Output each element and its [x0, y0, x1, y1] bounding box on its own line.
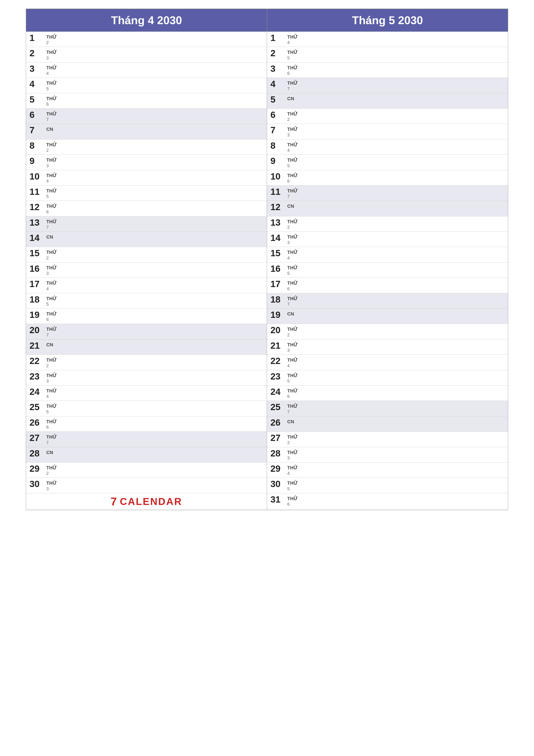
- day-number: 7: [30, 126, 44, 135]
- calendar-text: CALENDAR: [120, 496, 182, 507]
- may-day-row: 29 THỨ 4: [267, 463, 508, 478]
- april-day-row: 26 THỨ 6: [26, 417, 267, 432]
- day-label: THỨ 7: [46, 111, 57, 122]
- day-label: CN: [287, 96, 294, 101]
- day-number: 25: [270, 403, 286, 412]
- day-number: 24: [30, 387, 44, 396]
- day-number: 21: [270, 341, 286, 350]
- day-number: 18: [270, 295, 286, 304]
- day-number: 29: [30, 464, 44, 473]
- day-label: THỨ 4: [287, 142, 297, 153]
- day-label: THỨ 3: [46, 265, 57, 276]
- april-header: Tháng 4 2030: [26, 9, 267, 32]
- day-label: CN: [46, 342, 53, 348]
- day-label: THỨ 4: [287, 250, 297, 260]
- may-day-row: 25 THỨ 7: [267, 401, 508, 416]
- day-number: 1: [30, 33, 44, 42]
- day-number: 10: [270, 172, 286, 181]
- day-number: 23: [270, 372, 286, 381]
- day-number: 14: [270, 233, 286, 242]
- may-day-row: 8 THỨ 4: [267, 139, 508, 155]
- day-label: THỨ 5: [287, 373, 297, 384]
- day-number: 23: [30, 372, 44, 381]
- day-label: THỨ 6: [287, 281, 297, 291]
- day-number: 5: [270, 95, 286, 104]
- day-number: 20: [30, 326, 44, 335]
- day-number: 27: [30, 433, 44, 443]
- day-number: 7: [270, 126, 286, 135]
- day-number: 11: [30, 187, 44, 196]
- day-number: 17: [30, 280, 44, 288]
- day-label: CN: [287, 311, 294, 317]
- day-number: 3: [30, 64, 44, 73]
- day-label: THỨ 6: [46, 311, 57, 322]
- may-title: Tháng 5 2030: [352, 14, 423, 27]
- may-day-row: 28 THỨ 3: [267, 447, 508, 463]
- day-label: THỨ 2: [46, 357, 57, 368]
- may-day-row: 21 THỨ 3: [267, 339, 508, 355]
- april-day-row: 1 THỨ 2: [26, 32, 267, 47]
- day-number: 12: [270, 202, 286, 212]
- day-label: THỨ 2: [287, 111, 297, 122]
- day-number: 17: [270, 280, 286, 288]
- april-day-row: 30 THỨ 3: [26, 478, 267, 493]
- day-label: THỨ 4: [287, 465, 297, 476]
- day-label: THỨ 4: [287, 357, 297, 368]
- april-day-row: 17 THỨ 4: [26, 278, 267, 293]
- day-label: THỨ 6: [287, 496, 297, 507]
- april-day-row: 28 CN: [26, 447, 267, 463]
- may-day-row: 15 THỨ 4: [267, 247, 508, 262]
- may-day-row: 13 THỨ 2: [267, 216, 508, 232]
- april-day-row: 10 THỨ 4: [26, 170, 267, 186]
- day-number: 9: [30, 156, 44, 166]
- april-day-row: 14 CN: [26, 232, 267, 247]
- may-day-row: 20 THỨ 2: [267, 324, 508, 339]
- may-day-row: 31 THỨ 6: [267, 493, 508, 510]
- april-day-row: 2 THỨ 3: [26, 47, 267, 62]
- may-day-row: 16 THỨ 5: [267, 262, 508, 278]
- day-number: 13: [270, 218, 286, 227]
- day-number: 9: [270, 156, 286, 166]
- day-number: 29: [270, 464, 286, 473]
- day-label: THỨ 6: [287, 173, 297, 184]
- day-label: CN: [46, 234, 53, 240]
- day-number: 19: [270, 310, 286, 319]
- day-label: THỨ 6: [46, 419, 57, 430]
- april-day-row: 11 THỨ 5: [26, 186, 267, 201]
- day-number: 8: [270, 141, 286, 150]
- may-day-row: 18 THỨ 7: [267, 293, 508, 309]
- day-number: 22: [270, 357, 286, 365]
- day-label: CN: [46, 450, 53, 455]
- day-label: THỨ 3: [287, 450, 297, 461]
- day-label: THỨ 7: [46, 327, 57, 337]
- day-number: 27: [270, 433, 286, 443]
- day-label: THỨ 4: [287, 34, 297, 45]
- day-number: 4: [30, 80, 44, 89]
- may-day-row: 23 THỨ 5: [267, 370, 508, 386]
- april-day-row: 15 THỨ 2: [26, 247, 267, 262]
- day-label: THỨ 3: [46, 50, 57, 60]
- day-number: 22: [30, 357, 44, 365]
- day-label: THỨ 2: [46, 142, 57, 153]
- day-number: 20: [270, 326, 286, 335]
- day-label: CN: [46, 126, 53, 132]
- may-day-row: 19 CN: [267, 309, 508, 324]
- day-number: 5: [30, 95, 44, 104]
- day-number: 30: [270, 479, 286, 489]
- day-number: 14: [30, 233, 44, 242]
- april-day-row: 23 THỨ 3: [26, 370, 267, 386]
- day-number: 26: [270, 418, 286, 427]
- day-number: 15: [30, 249, 44, 258]
- day-number: 10: [30, 172, 44, 181]
- may-day-row: 17 THỨ 6: [267, 278, 508, 293]
- day-number: 1: [270, 33, 286, 42]
- april-day-row: 12 THỨ 6: [26, 201, 267, 216]
- day-label: THỨ 5: [287, 265, 297, 276]
- day-label: THỨ 2: [287, 219, 297, 230]
- day-label: THỨ 5: [46, 188, 57, 199]
- day-label: THỨ 5: [46, 80, 57, 91]
- day-number: 6: [30, 110, 44, 120]
- day-number: 24: [270, 387, 286, 396]
- day-label: THỨ 5: [287, 157, 297, 168]
- day-label: THỨ 6: [287, 388, 297, 399]
